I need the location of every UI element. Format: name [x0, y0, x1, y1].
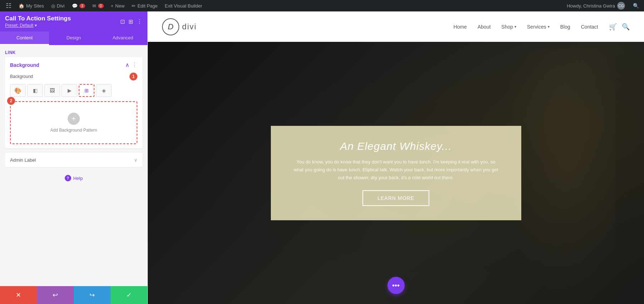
- panel-preset[interactable]: Preset: Default ▾: [5, 23, 71, 28]
- zero-button[interactable]: ✉ 0: [89, 0, 107, 11]
- undo-button[interactable]: ↩: [37, 286, 74, 304]
- pattern-icon: ⊞: [84, 88, 89, 93]
- edit-page-button[interactable]: ✏ Edit Page: [129, 0, 160, 11]
- services-dropdown-icon: ▾: [548, 25, 550, 29]
- cta-text: You do know, you do know that they don't…: [292, 158, 500, 181]
- user-avatar: CG: [617, 2, 625, 10]
- logo-circle: D: [162, 18, 179, 35]
- nav-services[interactable]: Services ▾: [527, 24, 550, 30]
- badge-1: 1: [130, 73, 137, 80]
- bg-video-button[interactable]: ▶: [62, 84, 77, 97]
- bg-mask-button[interactable]: ◈: [96, 84, 112, 97]
- mask-icon: ◈: [102, 88, 106, 93]
- my-sites-label: My Sites: [26, 3, 44, 9]
- panel-grid-icon[interactable]: ⊞: [128, 18, 133, 25]
- my-sites-button[interactable]: 🏠 My Sites: [16, 0, 47, 11]
- add-pattern-label: Add Background Pattern: [50, 128, 97, 133]
- panel-more-icon[interactable]: ⋮: [137, 18, 142, 25]
- edit-page-label: Edit Page: [137, 3, 157, 9]
- image-icon: 🖼: [50, 88, 55, 93]
- logo-text: divi: [182, 22, 197, 31]
- divi-button[interactable]: ◎ Divi: [48, 0, 68, 11]
- help-icon: ?: [65, 175, 71, 181]
- shop-dropdown-icon: ▾: [514, 25, 516, 29]
- cta-box: An Elegant Whiskey... You do know, you d…: [271, 126, 521, 220]
- admin-label-section: Admin Label ∨: [5, 153, 142, 167]
- panel-header: Call To Action Settings Preset: Default …: [0, 11, 147, 31]
- panel-tabs: Content Design Advanced: [0, 31, 147, 45]
- site-logo: D divi: [162, 18, 197, 35]
- zero-badge: 0: [98, 4, 104, 8]
- admin-search-icon[interactable]: 🔍: [631, 3, 641, 9]
- bg-color-button[interactable]: 🎨: [10, 84, 26, 97]
- help-label: Help: [73, 176, 83, 181]
- background-field-label: Background: [10, 74, 33, 79]
- cta-learn-more-button[interactable]: Learn More: [362, 190, 429, 206]
- tab-content[interactable]: Content: [0, 31, 49, 45]
- panel-title: Call To Action Settings: [5, 15, 71, 22]
- link-section-label: Link: [5, 50, 142, 57]
- background-type-icons: 🎨 ◧ 🖼 ▶ ⊞ ◈: [10, 84, 137, 97]
- floating-menu-button[interactable]: •••: [387, 277, 405, 294]
- admin-label-title: Admin Label: [10, 157, 36, 163]
- nav-home[interactable]: Home: [453, 24, 467, 30]
- gradient-icon: ◧: [33, 88, 38, 93]
- bg-pattern-button[interactable]: ⊞: [79, 84, 94, 97]
- add-pattern-plus-icon: +: [68, 113, 80, 125]
- site-nav: D divi Home About Shop ▾ Services ▾ Blog…: [148, 11, 644, 42]
- cta-title: An Elegant Whiskey...: [292, 140, 500, 152]
- admin-label-chevron-icon: ∨: [134, 157, 137, 163]
- cart-icon[interactable]: 🛒: [609, 23, 617, 31]
- redo-button[interactable]: ↪: [74, 286, 111, 304]
- wp-logo-button[interactable]: ☷: [3, 0, 14, 11]
- admin-label-header[interactable]: Admin Label ∨: [10, 157, 137, 163]
- exit-vb-label: Exit Visual Builder: [165, 3, 203, 9]
- site-nav-items: Home About Shop ▾ Services ▾ Blog Contac…: [453, 24, 598, 30]
- panel-actions: ✕ ↩ ↪ ✓: [0, 286, 147, 304]
- panel-content: Link Background ∧ ⋮ Background 1: [0, 45, 147, 286]
- tab-design[interactable]: Design: [49, 31, 98, 45]
- comments-badge: 3: [79, 4, 85, 8]
- background-section-title: Background: [10, 62, 39, 68]
- collapse-icon[interactable]: ∧: [125, 62, 130, 68]
- wp-admin-bar: ☷ 🏠 My Sites ◎ Divi 💬 3 ✉ 0 + New ✏ Edit…: [0, 0, 644, 11]
- hero-section: An Elegant Whiskey... You do know, you d…: [148, 42, 644, 304]
- nav-contact[interactable]: Contact: [581, 24, 598, 30]
- add-background-pattern-button[interactable]: + Add Background Pattern: [10, 101, 137, 144]
- nav-shop[interactable]: Shop ▾: [501, 24, 516, 30]
- help-row[interactable]: ? Help: [5, 171, 142, 185]
- search-icon[interactable]: 🔍: [622, 23, 630, 31]
- section-more-icon[interactable]: ⋮: [132, 62, 137, 68]
- save-button[interactable]: ✓: [111, 286, 147, 304]
- cancel-button[interactable]: ✕: [0, 286, 37, 304]
- video-icon: ▶: [68, 88, 72, 93]
- floating-dots-icon: •••: [392, 281, 400, 290]
- background-section: Background ∧ ⋮ Background 1 🎨: [5, 57, 142, 148]
- color-fill-icon: 🎨: [14, 87, 21, 94]
- tab-advanced[interactable]: Advanced: [98, 31, 147, 45]
- comments-button[interactable]: 💬 3: [69, 0, 88, 11]
- bg-gradient-button[interactable]: ◧: [27, 84, 43, 97]
- nav-blog[interactable]: Blog: [560, 24, 570, 30]
- bg-image-button[interactable]: 🖼: [44, 84, 60, 97]
- exit-visual-builder-button[interactable]: Exit Visual Builder: [162, 0, 205, 11]
- nav-about[interactable]: About: [478, 24, 491, 30]
- new-button[interactable]: + New: [108, 0, 128, 11]
- howdy-label: Howdy, Christina Gwira CG: [564, 2, 628, 10]
- preview-area: D divi Home About Shop ▾ Services ▾ Blog…: [148, 11, 644, 304]
- settings-panel: Call To Action Settings Preset: Default …: [0, 11, 148, 304]
- new-label: New: [115, 3, 125, 9]
- panel-screen-icon[interactable]: ⊡: [120, 18, 125, 25]
- divi-label: Divi: [57, 3, 65, 9]
